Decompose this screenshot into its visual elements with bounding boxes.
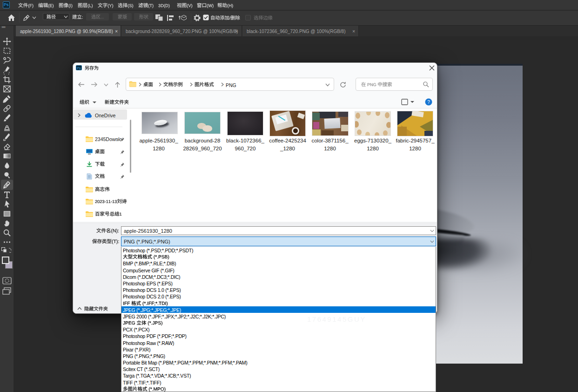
svg-text:?: ?	[427, 100, 430, 105]
